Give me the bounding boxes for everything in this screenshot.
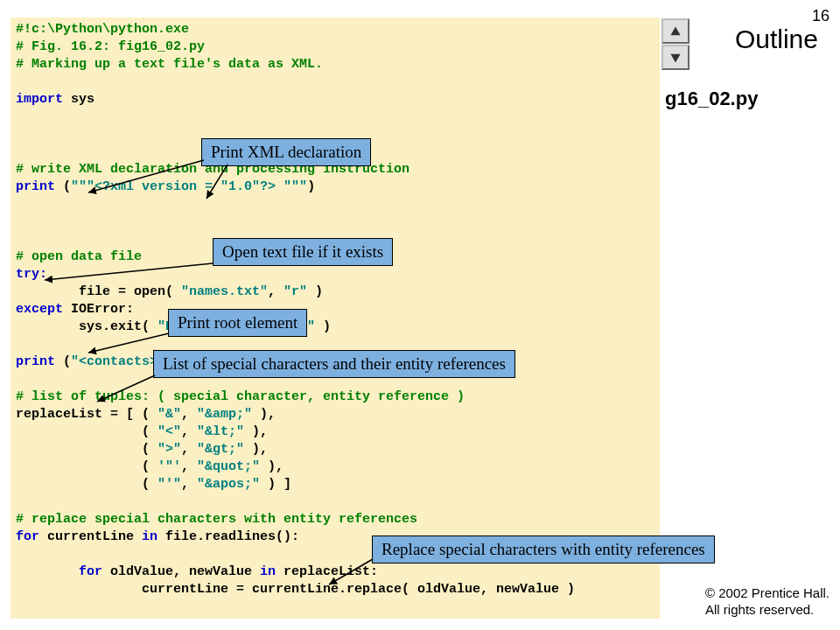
code-string: """ [284, 179, 307, 194]
code-string: '"' [158, 459, 181, 474]
code-string: ?> [260, 179, 284, 194]
code-string: "&" [158, 407, 181, 422]
code-text: oldValue, newValue [102, 564, 260, 579]
code-text: ( [16, 477, 158, 492]
code-comment: # replace special characters with entity… [16, 512, 417, 527]
filename-label: g16_02.py [665, 88, 758, 110]
code-keyword: import [16, 92, 63, 107]
code-listing: #!c:\Python\python.exe # Fig. 16.2: fig1… [10, 18, 660, 619]
callout-replace: Replace special characters with entity r… [372, 536, 715, 564]
callout-special-chars: List of special characters and their ent… [153, 350, 515, 378]
code-text: ) ] [260, 477, 291, 492]
code-text: ), [244, 424, 268, 439]
code-text: ( [55, 354, 71, 369]
callout-root-element: Print root element [168, 309, 307, 337]
code-text: , [181, 477, 197, 492]
code-text: , [181, 459, 197, 474]
code-text [16, 564, 79, 579]
code-text: file = open( [16, 284, 181, 299]
code-comment: # Fig. 16.2: fig16_02.py [16, 39, 205, 54]
page-number: 16 [812, 7, 830, 25]
code-text: sys [63, 92, 94, 107]
copyright-line: © 2002 Prentice Hall. [705, 585, 830, 600]
code-string: ">" [158, 442, 181, 457]
code-keyword: except [16, 302, 63, 317]
code-keyword: for [16, 529, 39, 544]
code-keyword: print [16, 179, 55, 194]
svg-marker-1 [670, 53, 680, 62]
callout-open-file: Open text file if it exists [213, 238, 393, 266]
code-string: "&gt;" [197, 442, 244, 457]
code-keyword: try: [16, 267, 47, 282]
code-keyword: in [142, 529, 158, 544]
code-keyword: print [16, 354, 55, 369]
code-text: ) [315, 319, 331, 334]
code-text: replaceList = [ ( [16, 407, 158, 422]
code-string: "<" [158, 424, 181, 439]
nav-down-button[interactable] [662, 45, 690, 70]
code-keyword: in [260, 564, 276, 579]
code-text: IOError: [63, 302, 134, 317]
code-comment: # open data file [16, 249, 142, 264]
code-text: currentLine = currentLine.replace( oldVa… [16, 582, 575, 597]
code-comment: # list of tuples: ( special character, e… [16, 389, 465, 404]
code-text: ( [16, 442, 158, 457]
code-text: ( [16, 424, 158, 439]
code-comment: # Marking up a text file's data as XML. [16, 57, 323, 72]
code-text: ), [244, 442, 268, 457]
code-string: "&apos;" [197, 477, 260, 492]
code-text: ), [260, 459, 284, 474]
code-string: "<contacts>" [71, 354, 165, 369]
code-text: ), [252, 407, 276, 422]
code-string: "1.0" [220, 179, 260, 194]
svg-marker-0 [670, 26, 680, 35]
copyright-line: All rights reserved. [705, 602, 814, 617]
code-text: , [181, 442, 197, 457]
code-string: "'" [158, 477, 181, 492]
code-text: ) [307, 179, 315, 194]
code-string: """ [71, 179, 94, 194]
code-text: , [181, 424, 197, 439]
code-string: "&quot;" [197, 459, 260, 474]
code-string: "&amp;" [197, 407, 252, 422]
chevron-up-icon [669, 25, 682, 38]
chevron-down-icon [669, 52, 682, 64]
code-keyword: for [79, 564, 102, 579]
code-text: file.readlines(): [158, 529, 299, 544]
outline-heading: Outline [735, 24, 818, 54]
code-string: "&lt;" [197, 424, 244, 439]
code-string: <?xml version = [94, 179, 220, 194]
code-text: ( [55, 179, 71, 194]
code-text: ( [16, 459, 158, 474]
code-text: sys.exit( [16, 319, 158, 334]
code-text: replaceList: [276, 564, 378, 579]
code-string: "r" [284, 284, 307, 299]
code-text: ) [307, 284, 323, 299]
code-text: , [181, 407, 197, 422]
code-string: "names.txt" [181, 284, 268, 299]
callout-xml-declaration: Print XML declaration [201, 138, 371, 166]
code-text: , [268, 284, 284, 299]
copyright-notice: © 2002 Prentice Hall. All rights reserve… [705, 584, 830, 618]
code-text: currentLine [39, 529, 142, 544]
nav-up-button[interactable] [662, 18, 690, 44]
code-comment: #!c:\Python\python.exe [16, 22, 189, 37]
